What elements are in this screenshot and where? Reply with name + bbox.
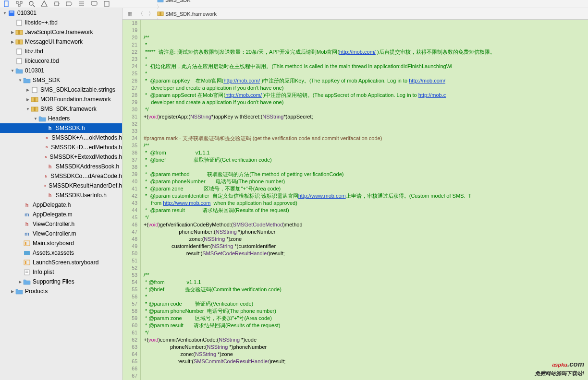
- code-line[interactable]: * 初始化应用，此方法在应用启动时在主线程中调用。(This method is…: [144, 63, 588, 70]
- disclosure-icon[interactable]: [17, 212, 23, 217]
- disclosure-icon[interactable]: [40, 173, 44, 179]
- disclosure-icon[interactable]: [17, 240, 23, 246]
- code-line[interactable]: *: [144, 164, 588, 171]
- tree-item[interactable]: mAppDelegate.m: [0, 210, 122, 219]
- disclosure-icon[interactable]: ▶: [10, 288, 15, 294]
- code-line[interactable]: * @param phoneNumber 电话号码(The phone numb…: [144, 178, 588, 185]
- disclosure-icon[interactable]: [17, 231, 23, 237]
- disclosure-icon[interactable]: [17, 269, 23, 275]
- project-navigator[interactable]: ▼010301libstdc++.tbd▶JavaScriptCore.fram…: [0, 8, 122, 380]
- disclosure-icon[interactable]: [40, 135, 44, 141]
- code-line[interactable]: * @param appKey 在Mob官网(http://mob.com/ )…: [144, 77, 588, 84]
- tree-item[interactable]: Assets.xcassets: [0, 248, 122, 258]
- disclosure-icon[interactable]: [10, 58, 15, 64]
- code-line[interactable]: * @param phoneNumber 电话号码(The phone numb…: [144, 308, 588, 315]
- code-line[interactable]: * @brief 获取验证码(Get verification code): [144, 156, 588, 164]
- code-line[interactable]: * @from v1.1.1: [144, 149, 588, 156]
- code-area[interactable]: /** * ***** 请注意: 测试短信条数限制发送数量：20条/天，APP开…: [141, 20, 588, 380]
- disclosure-icon[interactable]: [17, 221, 23, 227]
- disclosure-icon[interactable]: [10, 20, 15, 25]
- code-line[interactable]: +(void)registerApp:(NSString*)appKey wit…: [144, 113, 588, 120]
- tree-item[interactable]: ▶SMS_SDKLocalizable.strings: [0, 85, 122, 95]
- tree-item[interactable]: hSMSSDK+A…okMethods.h: [0, 133, 122, 142]
- code-line[interactable]: phoneNumber:(NSString *)phoneNumber: [144, 228, 588, 236]
- code-line[interactable]: /**: [144, 142, 588, 149]
- tree-item[interactable]: Info.plist: [0, 267, 122, 277]
- code-line[interactable]: * @from v1.1.1: [144, 279, 588, 286]
- code-line[interactable]: [144, 20, 588, 27]
- tree-item[interactable]: ▼010301: [0, 66, 122, 75]
- code-line[interactable]: +(void)getVerificationCodeByMethod:(SMSG…: [144, 221, 588, 228]
- tree-item[interactable]: ▼SMS_SDK: [0, 75, 122, 85]
- tree-item[interactable]: ▶MessageUI.framework: [0, 37, 122, 47]
- code-line[interactable]: ***** 请注意: 测试短信条数限制发送数量：20条/天，APP开发完成后请到…: [144, 48, 588, 56]
- tree-item[interactable]: hAppDelegate.h: [0, 200, 122, 210]
- square-icon[interactable]: [103, 0, 110, 8]
- tree-item[interactable]: hSMSSDK+D…edMethods.h: [0, 142, 122, 152]
- code-line[interactable]: * @param method 获取验证码的方法(The method of g…: [144, 171, 588, 178]
- disclosure-icon[interactable]: ▶: [25, 96, 31, 102]
- warning-icon[interactable]: [40, 0, 48, 8]
- disclosure-icon[interactable]: [40, 144, 44, 150]
- code-line[interactable]: [144, 264, 588, 272]
- tree-icon[interactable]: [15, 0, 23, 8]
- disclosure-icon[interactable]: [40, 154, 44, 160]
- report-icon[interactable]: [78, 0, 86, 8]
- tree-item[interactable]: ▼010301: [0, 8, 122, 18]
- code-line[interactable]: * @param result 请求结果回调(Results of the re…: [144, 207, 588, 214]
- disclosure-icon[interactable]: [40, 125, 46, 131]
- code-line[interactable]: [144, 27, 588, 34]
- tree-item[interactable]: libstdc++.tbd: [0, 18, 122, 27]
- tree-item[interactable]: Main.storyboard: [0, 238, 122, 248]
- comment-icon[interactable]: [90, 0, 98, 8]
- code-line[interactable]: result:(SMSCommitCodeResultHandler)resul…: [144, 358, 588, 365]
- code-line[interactable]: phoneNumber:(NSString *)phoneNumber: [144, 344, 588, 351]
- disclosure-icon[interactable]: ▼: [33, 116, 38, 121]
- code-line[interactable]: /**: [144, 34, 588, 41]
- disclosure-icon[interactable]: ▼: [25, 106, 31, 112]
- disclosure-icon[interactable]: ▶: [17, 279, 23, 285]
- disclosure-icon[interactable]: ▶: [10, 29, 15, 35]
- code-line[interactable]: [144, 372, 588, 380]
- tree-item[interactable]: hSMSSDKUserInfo.h: [0, 190, 122, 200]
- tree-item[interactable]: ▶Products: [0, 286, 122, 296]
- disclosure-icon[interactable]: [10, 48, 15, 54]
- code-line[interactable]: */: [144, 214, 588, 221]
- tree-item[interactable]: ▼SMS_SDK.framework: [0, 104, 122, 114]
- tree-item[interactable]: ▼Headers: [0, 114, 122, 123]
- code-line[interactable]: /**: [144, 272, 588, 279]
- tree-item[interactable]: hSMSSDKAddressBook.h: [0, 162, 122, 171]
- disclosure-icon[interactable]: [40, 164, 46, 169]
- code-line[interactable]: * @brief 提交验证码(Commit the verification c…: [144, 286, 588, 293]
- disclosure-icon[interactable]: ▼: [17, 77, 23, 83]
- disclosure-icon[interactable]: [17, 260, 23, 265]
- nav-fwd-icon[interactable]: 〉: [147, 10, 155, 18]
- files-icon[interactable]: [3, 0, 11, 8]
- code-line[interactable]: [144, 128, 588, 135]
- code-line[interactable]: zone:(NSString *)zone: [144, 236, 588, 243]
- disclosure-icon[interactable]: [17, 250, 23, 256]
- disclosure-icon[interactable]: ▼: [10, 68, 15, 73]
- tree-item[interactable]: libz.tbd: [0, 47, 122, 56]
- code-line[interactable]: * @param result 请求结果回调(Results of the re…: [144, 322, 588, 329]
- code-line[interactable]: *: [144, 41, 588, 48]
- tree-item[interactable]: ▶Supporting Files: [0, 277, 122, 286]
- source-editor[interactable]: 1819202122232425262728293031323334353637…: [122, 20, 588, 380]
- code-line[interactable]: #pragma mark - 支持获取验证码和提交验证码 (get the ve…: [144, 135, 588, 142]
- code-line[interactable]: */: [144, 329, 588, 336]
- tree-item[interactable]: hSMSSDKCo…dAreaCode.h: [0, 171, 122, 181]
- disclosure-icon[interactable]: [40, 192, 46, 198]
- code-line[interactable]: *: [144, 70, 588, 77]
- code-line[interactable]: */: [144, 106, 588, 113]
- nav-back-icon[interactable]: 〈: [136, 10, 145, 18]
- tree-item[interactable]: ▶JavaScriptCore.framework: [0, 27, 122, 37]
- code-line[interactable]: [144, 120, 588, 128]
- disclosure-icon[interactable]: ▶: [25, 87, 31, 93]
- code-line[interactable]: customIdentifier:(NSString *)customIdent…: [144, 243, 588, 250]
- tree-item[interactable]: LaunchScreen.storyboard: [0, 258, 122, 267]
- disclosure-icon[interactable]: ▼: [2, 10, 8, 16]
- code-line[interactable]: developer and create a application if yo…: [144, 99, 588, 106]
- code-line[interactable]: * @param zone 区域号，不要加"+"号(Area code): [144, 315, 588, 322]
- tree-item[interactable]: hSMSSDKResultHanderDef.h: [0, 181, 122, 190]
- related-items-icon[interactable]: ▦: [125, 10, 134, 18]
